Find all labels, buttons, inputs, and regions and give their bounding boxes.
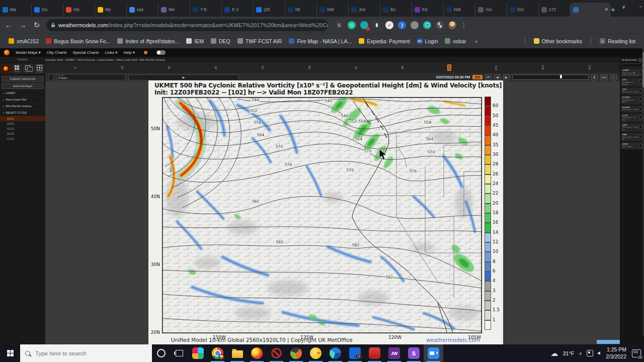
misc-extension-icon[interactable] [411,21,419,29]
taskbar-app-icon[interactable] [247,344,267,362]
bookmark-item[interactable]: PID Login [414,37,442,46]
browser-tab[interactable]: Ani ✕ [475,3,507,17]
taskbar-app-icon[interactable]: 11 [345,344,365,362]
download-button[interactable]: ⬇ [591,74,598,80]
frame-tick[interactable]: 138 [588,64,592,70]
site-nav-item[interactable]: Links ▾ [105,50,117,55]
taskbar-app-icon[interactable]: JW [384,344,404,362]
frame-tick[interactable]: 66 [307,65,311,70]
search-input[interactable] [34,350,137,357]
browser-tab[interactable]: htt ✕ [285,3,317,17]
remove-bookmark-icon[interactable] [638,79,642,83]
remove-bookmark-icon[interactable] [638,89,642,93]
browser-tab[interactable]: NW ✕ [444,3,475,17]
theme-toggle[interactable] [156,50,166,55]
prev-frame-button[interactable]: ◀ [494,74,501,80]
remove-bookmark-icon[interactable] [638,70,642,74]
taskbar-app-icon[interactable] [188,344,208,362]
taskbar-app-icon[interactable] [326,344,345,362]
site-nav-item[interactable]: City Charts [47,50,67,55]
sidebar-tree-item[interactable]: ▸ UKMET [0,90,45,97]
saved-bookmark-item[interactable]: GFS West Coast · Precip [621,87,643,95]
grammarly-extension-icon[interactable]: G [348,21,356,29]
bookmark-item[interactable]: DEQ [207,37,234,46]
pocket-extension-icon[interactable]: ❭ [398,21,406,29]
select-area-region-button[interactable]: Select Area Region [2,83,44,89]
address-bar[interactable]: weathermodels.com/index.php?r=site/model… [46,19,328,31]
browser-tab[interactable]: Jos ✕ [349,3,380,17]
task-view-button[interactable] [170,344,188,362]
watermark-link[interactable]: weathermodels.com [426,337,480,343]
reading-list-button[interactable]: ≡ Reading list [596,37,639,46]
sidebar-view-tile[interactable]: Search [12,64,22,73]
sidebar-view-tile[interactable]: 4 Panel [34,64,44,73]
cortana-button[interactable] [152,344,170,362]
panel-search-input[interactable] [621,63,642,67]
map-plot[interactable]: 5465525585645705765825405465525585645705… [162,97,482,333]
reload-button[interactable]: ↻ [32,21,41,30]
bookmark-item[interactable]: Fire Map - NASA | LA... [285,37,355,46]
sidebar-view-tile[interactable] [1,64,11,73]
frame-tick[interactable]: 102 [447,64,451,70]
mic-extension-icon[interactable] [373,21,381,29]
tab-search-caret-icon[interactable]: ∨ [615,0,632,13]
remove-bookmark-icon[interactable] [638,97,642,101]
cycle-option[interactable]: 02/00 [0,131,45,136]
frame-slider[interactable] [512,74,589,80]
cycle-option[interactable]: 02/12 [0,126,45,131]
bookmark-item[interactable]: IEM [183,37,207,46]
play-button[interactable]: ▶ [128,74,239,80]
browser-menu-icon[interactable]: ⋮ [461,22,467,29]
sidebar-tree-item[interactable]: ▾ SELECT CYCLE [0,110,45,116]
slider-thumb[interactable] [560,75,562,78]
taskbar-app-icon[interactable] [267,344,286,362]
frame-tick[interactable]: 126 [541,64,545,70]
bookmark-item[interactable]: Expedia: Payment [355,37,413,46]
start-button[interactable] [0,344,20,362]
taskbar-temperature[interactable]: 31°F [562,350,574,356]
notification-center-icon[interactable]: 26 [632,349,641,357]
frame-tick[interactable]: 78 [354,65,358,70]
frame-tick[interactable]: 6 [73,66,77,69]
puzzle-extensions-icon[interactable]: ▚ [436,21,444,29]
sidebar-view-tile[interactable]: Comparator [23,64,33,73]
saved-bookmark-item[interactable]: HRRR West · Radar [621,142,643,149]
interval-select[interactable]: Interval 6 Hours [56,74,126,80]
taskbar-app-icon[interactable] [286,344,306,362]
site-nav-item[interactable]: Special Charts [72,50,99,55]
hidden-icons-caret[interactable]: ∧ [579,351,583,356]
browser-tab[interactable]: E.V ✕ [222,3,254,17]
saved-bookmark-item[interactable]: UKMET West Coast USA · 500 hPa Rel Vorti… [621,68,643,77]
other-bookmarks-button[interactable]: Other bookmarks [530,37,586,46]
taskbar-app-icon[interactable] [208,344,227,362]
bookmark-item[interactable]: Index of /ftpref/states... [114,37,183,46]
bookmark-item[interactable]: xmACIS2 [5,37,42,46]
favorite-button[interactable]: ☆ [610,74,617,80]
saved-bookmark-item[interactable]: GFS North America · Heights [621,78,643,86]
back-button[interactable]: ← [4,21,13,29]
window-minimize-button[interactable]: − [632,0,644,13]
remove-bookmark-icon[interactable] [638,125,642,129]
cycle-option[interactable]: 03/00 [0,121,45,126]
sidebar-tree-item[interactable]: ▸ 500 hPa Rel Vorticity [0,103,45,110]
browser-tab[interactable]: NW ✕ [317,3,349,17]
shield-extension-icon[interactable]: ✓ [385,21,393,29]
user-status-dot[interactable] [144,51,147,54]
browser-tab[interactable]: We ✕ [158,3,190,17]
bookmark-item[interactable]: Bogus Basin Snow Fo... [42,37,114,46]
tray-device-icon[interactable] [587,350,593,356]
layers-extension-icon[interactable]: ≣ [335,21,343,29]
profile-avatar[interactable] [448,21,456,29]
browser-tab[interactable]: cas ✕ [127,3,158,17]
select-navigation-button[interactable]: ☰ SELECT NAVIGATION [2,76,44,82]
frame-tick[interactable]: 90 [400,65,405,70]
cycle-option[interactable]: 01/12 [0,136,45,141]
sync-extension-icon[interactable] [360,21,368,29]
taskbar-app-icon[interactable]: S [404,344,424,362]
saved-bookmark-item[interactable]: ICON West Coast · 500 hPa [621,114,643,122]
remove-bookmark-icon[interactable] [638,134,642,138]
bookmark-item[interactable]: TWF FCST AIR [234,37,286,46]
remove-bookmark-icon[interactable] [638,144,642,148]
browser-tab[interactable]: ✕ [571,3,611,17]
sidebar-tree-item[interactable]: ▸ West Coast USA [0,97,45,103]
